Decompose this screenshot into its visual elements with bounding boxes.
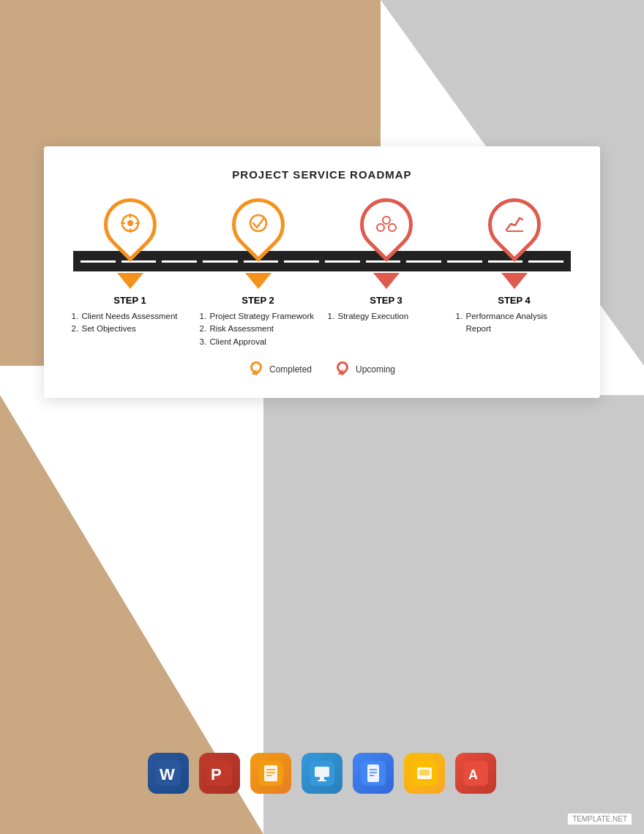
svg-point-1 — [127, 220, 133, 226]
svg-text:A: A — [468, 767, 478, 782]
list-item: Set Objectives — [72, 323, 189, 335]
list-item: Client Needs Assessment — [72, 310, 189, 323]
arrow-step3 — [373, 273, 400, 289]
roadmap-card: PROJECT SERVICE ROADMAP — [44, 146, 600, 398]
svg-rect-22 — [320, 777, 324, 780]
step3-label: STEP 3 — [328, 295, 445, 306]
bottom-app-icons: W P — [148, 753, 496, 794]
step2-label: STEP 2 — [200, 295, 317, 306]
google-docs-icon[interactable] — [353, 753, 394, 794]
card-title: PROJECT SERVICE ROADMAP — [66, 168, 578, 181]
step2-icon — [247, 212, 269, 237]
step2-col: STEP 2 Project Strategy Framework Risk A… — [200, 295, 317, 348]
acrobat-icon[interactable]: A — [455, 753, 496, 794]
list-item: Risk Assessment — [200, 323, 317, 335]
step2-pin-wrap — [232, 198, 285, 251]
arrow-step1 — [117, 273, 143, 289]
powerpoint-icon[interactable]: P — [199, 753, 240, 794]
google-slides-icon[interactable] — [404, 753, 445, 794]
step4-items: Performance Analysis Report — [456, 310, 573, 336]
svg-rect-25 — [367, 764, 379, 782]
dash — [488, 260, 523, 263]
step3-items: Strategy Execution — [328, 310, 445, 323]
word-icon[interactable]: W — [148, 753, 189, 794]
legend-upcoming-label: Upcoming — [356, 364, 395, 375]
keynote-icon[interactable] — [302, 753, 342, 794]
list-item: Performance Analysis Report — [456, 310, 573, 336]
pages-icon[interactable] — [250, 753, 291, 794]
dash — [528, 260, 564, 263]
step1-pin — [93, 187, 168, 262]
steps-content: STEP 1 Client Needs Assessment Set Objec… — [66, 295, 578, 348]
arrow-step2 — [245, 273, 272, 289]
svg-point-7 — [383, 217, 390, 224]
list-item: Client Approval — [200, 336, 317, 348]
step3-col: STEP 3 Strategy Execution — [328, 295, 445, 348]
arrow-step4 — [501, 273, 528, 289]
dash — [366, 260, 401, 263]
legend-completed-label: Completed — [269, 364, 312, 375]
step2-pin — [221, 187, 296, 262]
step4-label: STEP 4 — [456, 295, 573, 306]
step1-items: Client Needs Assessment Set Objectives — [72, 310, 189, 336]
road-dashes — [73, 260, 571, 263]
step4-pin-wrap — [488, 198, 541, 251]
svg-rect-23 — [318, 780, 326, 781]
list-item: Project Strategy Framework — [200, 310, 317, 323]
svg-point-9 — [389, 224, 396, 231]
svg-text:P: P — [211, 765, 222, 784]
step1-col: STEP 1 Client Needs Assessment Set Objec… — [72, 295, 189, 348]
dash — [244, 260, 279, 263]
dash — [162, 260, 197, 263]
svg-rect-21 — [315, 767, 329, 777]
step4-pin — [477, 187, 552, 262]
dash — [284, 260, 319, 263]
dash — [447, 260, 482, 263]
step4-icon — [503, 212, 525, 237]
svg-text:W: W — [160, 765, 175, 784]
list-item: Strategy Execution — [328, 310, 445, 323]
step1-icon — [119, 212, 141, 237]
step3-pin-wrap — [360, 198, 413, 251]
svg-rect-16 — [264, 765, 277, 781]
step1-pin-wrap — [104, 198, 157, 251]
road-surface — [73, 251, 571, 271]
svg-point-8 — [377, 224, 384, 231]
dash — [325, 260, 360, 263]
dash — [121, 260, 157, 263]
dash — [406, 260, 441, 263]
step3-icon — [375, 211, 398, 238]
dash — [80, 260, 116, 263]
arrows-row — [66, 273, 578, 289]
steps-icons-row — [66, 198, 578, 251]
watermark: TEMPLATE.NET — [567, 813, 632, 825]
step2-items: Project Strategy Framework Risk Assessme… — [200, 310, 317, 348]
step3-pin — [349, 187, 424, 262]
svg-rect-31 — [419, 770, 430, 775]
legend-upcoming: Upcoming — [335, 361, 395, 377]
legend-completed: Completed — [249, 361, 312, 377]
step1-label: STEP 1 — [72, 295, 189, 306]
legend: Completed Upcoming — [66, 361, 578, 377]
step4-col: STEP 4 Performance Analysis Report — [456, 295, 573, 348]
dash — [203, 260, 238, 263]
road — [73, 251, 571, 271]
